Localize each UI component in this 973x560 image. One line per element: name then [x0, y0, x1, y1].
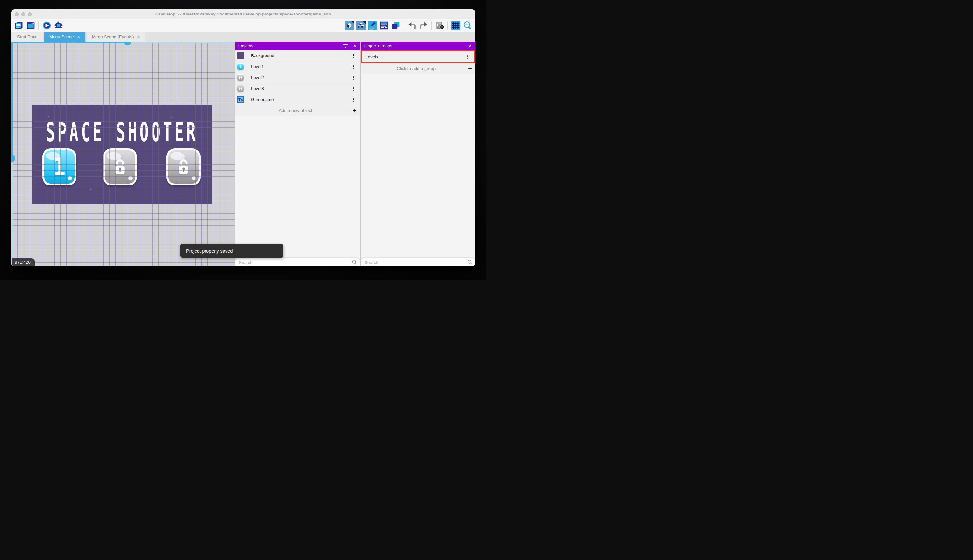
scene-canvas[interactable]: SPACE SHOOTER 1 871;420	[11, 42, 235, 267]
lock-icon	[113, 158, 127, 176]
filter-icon[interactable]	[343, 44, 348, 48]
search-icon	[467, 259, 473, 265]
tab-label: Menu Scene (Events)	[92, 35, 134, 39]
undo-button[interactable]	[406, 20, 418, 31]
objects-search-bar	[235, 258, 360, 267]
debugger-button[interactable]	[53, 20, 64, 31]
group-row-levels[interactable]: Levels ⋮	[361, 50, 475, 63]
add-object-button[interactable]: Add a new object +	[235, 105, 360, 116]
object-groups-icon	[357, 21, 365, 30]
object-menu-button[interactable]: ⋮	[350, 86, 357, 92]
editor-tabs: Start Page Menu Scene ✕ Menu Scene (Even…	[11, 32, 475, 42]
add-group-button[interactable]: Click to add a group +	[361, 63, 475, 74]
tab-label: Start Page	[17, 35, 38, 39]
text-object-thumbnail-icon: Tx	[237, 96, 244, 103]
undo-icon	[407, 21, 417, 30]
app-window: GDevelop 5 - /Users/dkarakay/Documents/G…	[11, 9, 475, 267]
properties-button[interactable]	[367, 20, 378, 31]
object-row-background[interactable]: Background ⋮	[235, 50, 360, 61]
object-groups-panel: Object Groups ✕ Levels ⋮ Click to add a …	[361, 42, 475, 267]
object-menu-button[interactable]: ⋮	[350, 75, 357, 81]
main-toolbar: 1:1	[11, 19, 475, 32]
object-groups-panel-header: Object Groups ✕	[361, 42, 475, 50]
pencil-edit-icon	[368, 21, 377, 30]
project-manager-button[interactable]	[13, 20, 25, 31]
plus-icon: +	[353, 107, 357, 115]
play-icon	[42, 21, 51, 30]
object-row-gamename[interactable]: Tx Gamename ⋮	[235, 94, 360, 105]
preview-play-button[interactable]	[41, 20, 53, 31]
toggle-mask-button[interactable]	[434, 20, 445, 31]
tab-start-page[interactable]: Start Page	[12, 32, 43, 42]
lock-icon	[176, 158, 191, 176]
tab-menu-scene[interactable]: Menu Scene ✕	[44, 32, 85, 42]
mask-preview-icon	[435, 21, 444, 30]
vertical-scroll-knob[interactable]	[11, 155, 15, 162]
bug-icon	[54, 21, 63, 30]
instances-list-button[interactable]	[378, 20, 390, 31]
groups-search-bar	[361, 258, 475, 267]
search-icon	[352, 259, 357, 265]
toolbar-divider	[432, 21, 432, 30]
redo-button[interactable]	[418, 20, 430, 31]
editor-content: SPACE SHOOTER 1 871;420	[11, 42, 475, 267]
close-tab-icon[interactable]: ✕	[137, 35, 140, 39]
object-menu-button[interactable]: ⋮	[350, 97, 357, 103]
plus-icon: +	[468, 65, 472, 73]
groups-panel-empty-area	[361, 74, 475, 258]
grid-icon	[452, 21, 460, 30]
object-menu-button[interactable]: ⋮	[350, 53, 357, 59]
tab-label: Menu Scene	[49, 35, 74, 39]
toolbar-divider	[38, 21, 39, 30]
game-title-text[interactable]: SPACE SHOOTER	[32, 123, 212, 141]
object-row-level1[interactable]: 1 Level1 ⋮	[235, 61, 360, 72]
background-sprite[interactable]: SPACE SHOOTER 1	[32, 105, 212, 204]
horizontal-scroll-knob[interactable]	[124, 42, 131, 45]
objects-panel-empty-area	[235, 116, 360, 258]
groups-search-input[interactable]	[361, 258, 465, 267]
object-menu-button[interactable]: ⋮	[350, 64, 357, 70]
vertical-scroll-track[interactable]	[11, 42, 13, 267]
level1-number: 1	[53, 153, 65, 181]
objects-editor-button[interactable]	[343, 20, 355, 31]
level2-thumbnail-icon	[237, 74, 244, 81]
toolbar-divider	[447, 21, 448, 30]
svg-text:1:1: 1:1	[465, 23, 469, 26]
group-menu-button[interactable]: ⋮	[464, 54, 472, 60]
layers-button[interactable]	[390, 20, 402, 31]
redo-icon	[419, 21, 428, 30]
toolbar-divider	[403, 21, 404, 30]
object-row-level3[interactable]: Level3 ⋮	[235, 83, 360, 94]
cursor-coordinates: 871;420	[12, 258, 35, 267]
scene-editor-button[interactable]	[25, 20, 37, 31]
zoom-1-1-icon: 1:1	[463, 21, 472, 30]
level2-button-sprite[interactable]	[103, 148, 137, 185]
objects-search-input[interactable]	[235, 258, 349, 267]
close-panel-icon[interactable]: ✕	[468, 43, 472, 48]
level3-thumbnail-icon	[237, 85, 244, 92]
tab-menu-scene-events[interactable]: Menu Scene (Events) ✕	[87, 32, 145, 42]
object-groups-panel-title: Object Groups	[364, 43, 392, 48]
window-title: GDevelop 5 - /Users/dkarakay/Documents/G…	[11, 12, 475, 17]
object-row-level2[interactable]: Level2 ⋮	[235, 72, 360, 83]
zoom-original-button[interactable]: 1:1	[462, 20, 473, 31]
layers-icon	[392, 21, 400, 30]
close-tab-icon[interactable]: ✕	[77, 35, 80, 39]
level3-button-sprite[interactable]	[167, 148, 201, 185]
level1-thumbnail-icon: 1	[237, 63, 244, 70]
project-manager-icon	[15, 21, 23, 30]
scene-editor-icon	[26, 21, 35, 30]
title-bar: GDevelop 5 - /Users/dkarakay/Documents/G…	[11, 9, 475, 19]
screenshot-backdrop: GDevelop 5 - /Users/dkarakay/Documents/G…	[0, 0, 486, 280]
toggle-grid-button[interactable]	[450, 20, 462, 31]
background-thumbnail-icon	[237, 52, 244, 59]
objects-panel-title: Objects	[238, 43, 253, 48]
level1-button-sprite[interactable]: 1	[42, 148, 77, 185]
save-toast: Project properly saved	[180, 244, 283, 258]
object-groups-button[interactable]	[355, 20, 367, 31]
objects-panel: Objects ✕ Background ⋮ 1 Level1 ⋮	[235, 42, 360, 267]
objects-panel-header: Objects ✕	[235, 42, 360, 50]
close-panel-icon[interactable]: ✕	[353, 43, 357, 48]
horizontal-scroll-track[interactable]	[11, 42, 235, 43]
object-cube-icon	[345, 21, 354, 30]
